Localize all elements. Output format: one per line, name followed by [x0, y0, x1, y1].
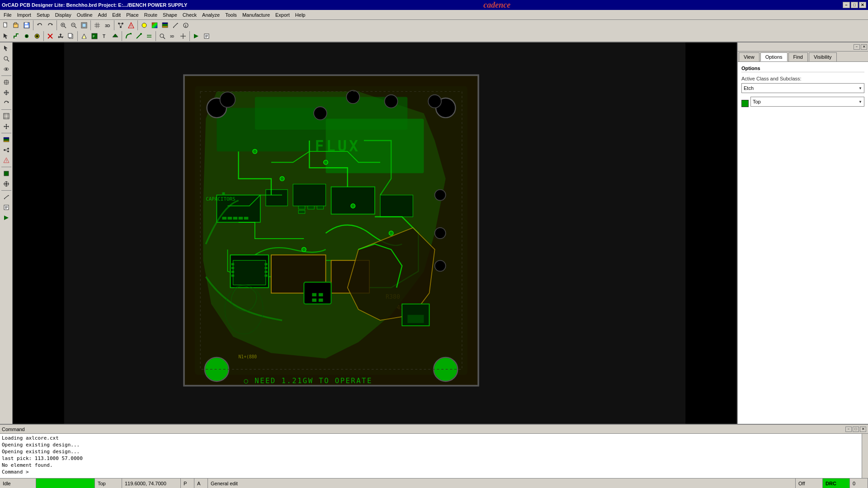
3d-view-button[interactable]: 3D	[103, 20, 113, 30]
measure-button[interactable]	[170, 20, 180, 30]
menu-file[interactable]: File	[1, 10, 14, 19]
left-rotate-button[interactable]	[1, 98, 11, 108]
maximize-button[interactable]: □	[851, 2, 858, 8]
svg-line-106	[4, 195, 9, 199]
save-button[interactable]	[22, 20, 32, 30]
left-move-button[interactable]	[1, 88, 11, 98]
left-fab-button[interactable]	[1, 179, 11, 189]
left-drc-button[interactable]: !	[1, 155, 11, 165]
p-button[interactable]: P	[184, 481, 187, 486]
tab-options[interactable]: Options	[760, 52, 788, 61]
left-visibility-button[interactable]	[1, 64, 11, 74]
zoom-out-button[interactable]	[69, 20, 79, 30]
menu-check[interactable]: Check	[180, 10, 199, 19]
svg-marker-8	[51, 24, 53, 25]
wire-button[interactable]	[11, 31, 21, 41]
left-pan-button[interactable]	[1, 122, 11, 131]
menu-tools[interactable]: Tools	[222, 10, 240, 19]
tab-visibility[interactable]: Visibility	[809, 52, 837, 61]
tab-view[interactable]: View	[739, 52, 760, 61]
status-a-btn[interactable]: A	[194, 479, 208, 488]
menu-export[interactable]: Export	[273, 10, 292, 19]
subclass-dropdown[interactable]: Top ▼	[750, 97, 864, 107]
left-board-button[interactable]	[1, 169, 11, 178]
command-close[interactable]: ✕	[860, 427, 866, 432]
left-toolbar: !	[0, 42, 13, 424]
add-pad-button[interactable]	[32, 31, 42, 41]
cross-probe-button[interactable]	[178, 31, 188, 41]
status-p-btn[interactable]: P	[181, 479, 194, 488]
menu-edit[interactable]: Edit	[109, 10, 123, 19]
menu-outline[interactable]: Outline	[74, 10, 95, 19]
edit-route-button[interactable]	[134, 31, 144, 41]
move-button[interactable]	[56, 31, 66, 41]
tab-find[interactable]: Find	[788, 52, 808, 61]
svg-rect-131	[244, 217, 249, 220]
svg-marker-65	[194, 34, 198, 38]
menu-shape[interactable]: Shape	[160, 10, 180, 19]
command-content[interactable]: Loading axlcore.cxt Opening existing des…	[0, 434, 868, 478]
left-layer-button[interactable]	[1, 135, 11, 145]
svg-line-56	[137, 34, 141, 38]
undo-button[interactable]	[35, 20, 45, 30]
minimize-button[interactable]: −	[843, 2, 850, 8]
svg-rect-166	[231, 271, 234, 273]
ratsnest-button[interactable]	[116, 20, 126, 30]
run-script-button[interactable]	[191, 31, 201, 41]
menu-place[interactable]: Place	[123, 10, 142, 19]
route-auto-button[interactable]	[123, 31, 133, 41]
menu-analyze[interactable]: Analyze	[199, 10, 222, 19]
a-button[interactable]: A	[197, 481, 200, 486]
zoom-fit-button[interactable]	[79, 20, 89, 30]
script-editor-button[interactable]	[202, 31, 212, 41]
via-button[interactable]	[22, 31, 32, 41]
drc-run-button[interactable]: !	[126, 20, 136, 30]
menu-setup[interactable]: Setup	[34, 10, 52, 19]
color-button[interactable]	[150, 20, 160, 30]
property-button[interactable]: i	[181, 20, 191, 30]
svg-marker-78	[4, 90, 9, 95]
text-button[interactable]: T	[100, 31, 110, 41]
menu-add[interactable]: Add	[95, 10, 110, 19]
left-net-button[interactable]	[1, 145, 11, 155]
highlight2-button[interactable]	[79, 31, 89, 41]
left-select-button[interactable]	[1, 43, 11, 53]
shape-button[interactable]	[110, 31, 120, 41]
menu-route[interactable]: Route	[142, 10, 160, 19]
panel-minimize[interactable]: −	[854, 44, 860, 50]
menu-manufacture[interactable]: Manufacture	[240, 10, 273, 19]
delete-button[interactable]	[45, 31, 55, 41]
3d-button2[interactable]: 3D	[168, 31, 178, 41]
close-button[interactable]: ✕	[859, 2, 866, 8]
options-panel: Options Active Class and Subclass: Etch …	[738, 62, 868, 424]
svg-text:i: i	[185, 23, 187, 28]
panel-close[interactable]: ✕	[861, 44, 867, 50]
copy-button[interactable]	[66, 31, 76, 41]
open-button[interactable]	[11, 20, 21, 30]
menu-display[interactable]: Display	[52, 10, 74, 19]
highlight-button[interactable]	[139, 20, 149, 30]
menu-help[interactable]: Help	[292, 10, 308, 19]
fill-button[interactable]: F	[90, 31, 99, 41]
left-find-button[interactable]	[1, 54, 11, 64]
menu-import[interactable]: Import	[14, 10, 34, 19]
diff-pair-button[interactable]	[144, 31, 154, 41]
left-place-button[interactable]	[1, 77, 11, 87]
pcb-canvas[interactable]: FLUX CAPACITORS N1+(880 ○ NEED 1.21GW TO…	[13, 42, 737, 424]
left-measure-button[interactable]	[1, 192, 11, 202]
command-scrollbar[interactable]	[862, 434, 868, 478]
zoom-in-button[interactable]	[58, 20, 68, 30]
command-line-0: Loading axlcore.cxt	[2, 435, 866, 441]
command-maximize[interactable]: □	[853, 427, 859, 432]
command-minimize[interactable]: −	[845, 427, 852, 432]
left-zoom-button[interactable]	[1, 111, 11, 121]
inspect-button[interactable]	[157, 31, 167, 41]
left-script-button[interactable]	[1, 213, 11, 223]
new-button[interactable]	[1, 20, 11, 30]
select-button[interactable]	[1, 31, 11, 41]
redo-button[interactable]	[45, 20, 55, 30]
class-dropdown[interactable]: Etch ▼	[741, 83, 864, 93]
grid-button[interactable]	[92, 20, 102, 30]
left-prop-button[interactable]	[1, 202, 11, 212]
layer-button[interactable]	[160, 20, 170, 30]
